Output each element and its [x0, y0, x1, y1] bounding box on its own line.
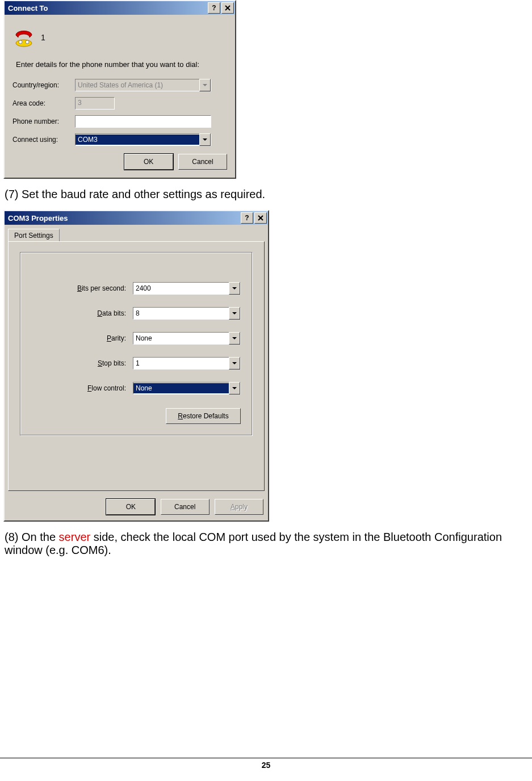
titlebar: Connect To ?: [5, 1, 235, 15]
svg-marker-12: [232, 362, 237, 364]
flow-control-select[interactable]: None: [133, 382, 241, 394]
chevron-down-icon[interactable]: [229, 382, 240, 394]
instruction-text: Enter details for the phone number that …: [16, 60, 227, 69]
phone-number-input[interactable]: [75, 115, 211, 128]
country-label: Country/region:: [12, 81, 75, 89]
phone-icon: [12, 26, 35, 49]
bits-per-second-value: 2400: [133, 283, 229, 293]
close-button[interactable]: [221, 2, 234, 14]
country-region-value: United States of America (1): [76, 80, 199, 90]
stop-bits-label: Stop bits:: [47, 359, 133, 367]
connect-using-label: Connect using:: [12, 136, 75, 144]
bits-per-second-label: Bits per second:: [47, 284, 133, 292]
window-title: Connect To: [6, 4, 207, 12]
titlebar: COM3 Properties ?: [5, 211, 268, 225]
chevron-down-icon[interactable]: [229, 357, 240, 369]
data-bits-value: 8: [133, 308, 229, 318]
close-icon: [225, 5, 231, 11]
svg-point-2: [16, 40, 32, 47]
parity-select[interactable]: None: [133, 332, 241, 345]
com3-properties-dialog: COM3 Properties ? Port Settings Bits per…: [3, 210, 269, 522]
settings-group: Bits per second: 2400 Data bits: 8 Parit…: [20, 252, 253, 436]
svg-marker-9: [232, 287, 237, 289]
parity-label: Parity:: [47, 334, 133, 342]
tab-port-settings[interactable]: Port Settings: [8, 229, 60, 242]
step-8-text: (8) On the server side, check the local …: [5, 531, 532, 557]
area-code-input: 3: [75, 97, 115, 110]
connection-icon-row: 1: [12, 26, 227, 49]
svg-marker-5: [203, 84, 207, 86]
connect-using-value: COM3: [76, 135, 199, 145]
svg-point-4: [26, 40, 29, 44]
stop-bits-select[interactable]: 1: [133, 357, 241, 369]
chevron-down-icon: [199, 79, 211, 91]
question-icon: ?: [212, 5, 216, 11]
window-title: COM3 Properties: [6, 214, 240, 222]
close-button[interactable]: [254, 212, 267, 224]
step-7-text: (7) Set the baud rate and other settings…: [5, 188, 532, 201]
chevron-down-icon[interactable]: [229, 307, 240, 320]
country-region-select: United States of America (1): [75, 79, 211, 91]
svg-marker-6: [203, 138, 207, 141]
connection-name: 1: [41, 33, 45, 42]
svg-marker-11: [232, 337, 237, 339]
page-number: 25: [0, 758, 532, 770]
close-icon: [258, 215, 263, 221]
data-bits-select[interactable]: 8: [133, 307, 241, 320]
data-bits-label: Data bits:: [47, 309, 133, 317]
svg-marker-13: [232, 387, 237, 389]
chevron-down-icon[interactable]: [229, 282, 240, 295]
question-icon: ?: [245, 215, 249, 221]
ok-button[interactable]: OK: [124, 154, 173, 170]
phone-number-label: Phone number:: [12, 117, 75, 125]
svg-marker-10: [232, 312, 237, 314]
connect-to-dialog: Connect To ? 1 Enter details for the pho…: [3, 0, 236, 179]
flow-control-label: Flow control:: [47, 384, 133, 392]
flow-control-value: None: [133, 383, 229, 393]
stop-bits-value: 1: [133, 358, 229, 368]
svg-point-3: [19, 40, 22, 44]
cancel-button[interactable]: Cancel: [161, 499, 210, 515]
help-button[interactable]: ?: [241, 212, 253, 224]
chevron-down-icon[interactable]: [199, 133, 211, 146]
apply-button: Apply: [215, 499, 263, 515]
restore-defaults-button[interactable]: Restore Defaults: [166, 408, 241, 424]
help-button[interactable]: ?: [208, 2, 220, 14]
cancel-button[interactable]: Cancel: [178, 154, 227, 170]
parity-value: None: [133, 333, 229, 343]
bits-per-second-select[interactable]: 2400: [133, 282, 241, 295]
connect-using-select[interactable]: COM3: [75, 133, 211, 146]
chevron-down-icon[interactable]: [229, 332, 240, 345]
tab-page: Bits per second: 2400 Data bits: 8 Parit…: [8, 241, 265, 491]
ok-button[interactable]: OK: [106, 499, 155, 515]
area-code-label: Area code:: [12, 99, 75, 107]
